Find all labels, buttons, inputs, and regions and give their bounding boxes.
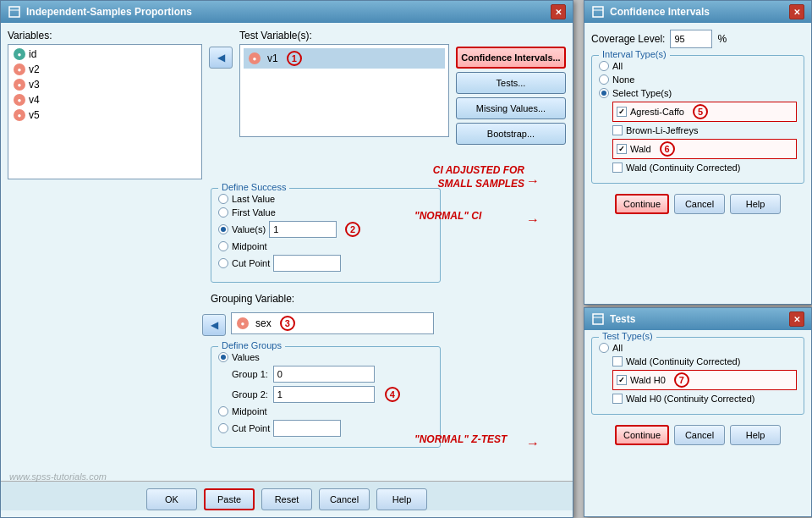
radio-select-label: Select Type(s) [612,88,672,98]
tests-help-button[interactable]: Help [730,425,781,445]
coverage-input[interactable] [670,30,712,48]
move-to-grouping-button[interactable]: ◀ [202,314,226,336]
tests-button[interactable]: Tests... [456,72,566,94]
checkbox-brown-li[interactable]: Brown-Li-Jeffreys [612,125,797,135]
variables-list[interactable]: ● id ● v2 ● v3 ● v4 [8,44,202,179]
radio-none-intervals[interactable]: None [599,74,797,85]
radio-all-tests-label: All [612,343,623,353]
ci-continue-button[interactable]: Continue [615,194,669,214]
cut-point-groups-input[interactable] [273,420,341,437]
ci-title-bar: Confidence Intervals ✕ [584,1,811,23]
annotation-circle-1: 1 [287,51,302,66]
svg-rect-4 [593,314,603,324]
var-name-v2: v2 [29,63,40,75]
radio-cut-point-circle [218,258,228,268]
wald-cc-checkbox [612,163,623,173]
group2-input[interactable] [273,386,375,403]
tests-button-label: Tests... [497,78,526,88]
annotation-circle-5: 5 [693,104,708,119]
radio-midpoint-groups-label: Midpoint [232,406,267,416]
radio-values-label: Value(s) [232,224,266,234]
test-var-icon: ● [249,52,261,64]
radio-midpoint-groups[interactable]: Midpoint [218,406,433,416]
tests-close-button[interactable]: ✕ [789,311,804,327]
checkbox-wald-cc[interactable]: Wald (Continuity Corrected) [612,163,797,173]
tests-dialog-buttons: Continue Cancel Help [591,422,804,445]
radio-last-value-circle [218,194,228,204]
help-button-main[interactable]: Help [376,488,427,510]
checkbox-agresti-caffo[interactable]: Agresti-Caffo 5 [612,102,797,122]
radio-first-value-label: First Value [232,207,276,218]
main-content-area: Variables: ● id ● v2 ● v3 ● [1,23,573,455]
checkbox-wald[interactable]: Wald 6 [612,139,797,159]
bootstrap-label: Bootstrap... [487,129,535,139]
var-icon-v2: ● [14,63,25,75]
ci-title: Confidence Intervals [610,6,710,18]
wald-h0-cc-checkbox [612,394,623,404]
ci-help-button[interactable]: Help [730,194,781,214]
radio-cut-point-groups[interactable]: Cut Point [218,420,433,437]
values-input[interactable] [269,221,337,238]
group1-input[interactable] [273,366,375,383]
variable-item-v5[interactable]: ● v5 [10,107,200,123]
radio-values-groups[interactable]: Values [218,352,433,362]
variable-item-v2[interactable]: ● v2 [10,62,200,77]
radio-values-groups-label: Values [232,352,260,362]
radio-midpoint[interactable]: Midpoint [218,241,433,251]
tests-title: Tests [610,313,635,325]
radio-last-value[interactable]: Last Value [218,194,433,204]
tests-cancel-button[interactable]: Cancel [674,425,725,445]
interval-types-title: Interval Type(s) [599,49,670,59]
checkbox-wald-h0[interactable]: Wald H0 7 [612,370,797,390]
define-groups-title: Define Groups [218,340,285,350]
annotation-circle-7: 7 [674,372,689,388]
ci-content: Coverage Level: % Interval Type(s) All N… [584,23,811,221]
paste-button[interactable]: Paste [204,488,255,510]
tests-continue-button[interactable]: Continue [615,425,669,445]
bootstrap-button[interactable]: Bootstrap... [456,123,566,145]
variables-panel: Variables: ● id ● v2 ● v3 ● [8,30,202,179]
reset-button[interactable]: Reset [261,488,312,510]
annotation-normal-ci: "NORMAL" CI [414,210,481,222]
reset-label: Reset [275,494,299,504]
grouping-variable-box[interactable]: ● sex 3 [231,312,434,334]
ci-close-button[interactable]: ✕ [789,4,804,19]
confidence-intervals-button[interactable]: Confidence Intervals... [456,47,566,69]
coverage-level-row: Coverage Level: % [591,30,804,48]
cut-point-input[interactable] [273,255,341,272]
radio-cut-point[interactable]: Cut Point [218,255,433,272]
radio-all-tests[interactable]: All [599,343,797,353]
radio-first-value-circle [218,207,228,218]
annotation-circle-4: 4 [385,387,400,402]
var-icon-v4: ● [14,94,25,106]
wald-checkbox [617,144,627,154]
radio-all-intervals[interactable]: All [599,61,797,71]
wald-cc-tests-label: Wald (Continuity Corrected) [626,356,740,366]
test-variable-box[interactable]: ● v1 1 [239,44,449,137]
test-var-name: v1 [267,52,278,64]
checkbox-wald-cc-tests[interactable]: Wald (Continuity Corrected) [612,356,797,366]
ok-button[interactable]: OK [146,488,197,510]
tests-title-bar: Tests ✕ [584,308,811,330]
radio-select-types[interactable]: Select Type(s) [599,88,797,98]
define-groups-group: Define Groups Values Group 1: Group 2: 4… [211,346,441,448]
variable-item-v3[interactable]: ● v3 [10,77,200,92]
group1-row: Group 1: [218,366,433,383]
main-close-button[interactable]: ✕ [551,4,566,19]
ci-continue-label: Continue [623,199,661,209]
grouping-variable-section: ◀ ● sex 3 [202,312,566,336]
radio-cut-point-groups-circle [218,423,228,433]
main-title-bar: Independent-Samples Proportions ✕ [1,1,573,23]
variable-item-v4[interactable]: ● v4 [10,92,200,107]
radio-midpoint-groups-circle [218,406,228,416]
cancel-button-main[interactable]: Cancel [319,488,370,510]
radio-first-value[interactable]: First Value [218,207,433,218]
variable-item-id[interactable]: ● id [10,47,200,62]
missing-values-button[interactable]: Missing Values... [456,97,566,119]
var-name-id: id [29,48,36,60]
ci-cancel-button[interactable]: Cancel [674,194,725,214]
radio-values[interactable]: Value(s) 2 [218,221,433,238]
move-to-test-button[interactable]: ◀ [209,47,233,69]
tests-content: Test Type(s) All Wald (Continuity Correc… [584,330,811,452]
checkbox-wald-h0-cc[interactable]: Wald H0 (Continuity Corrected) [612,394,797,404]
